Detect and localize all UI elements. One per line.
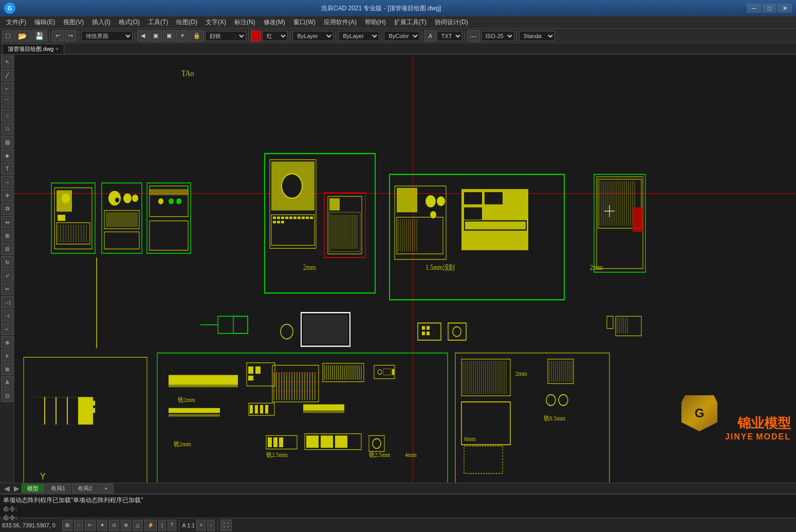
dimstyle-select[interactable]: Standa <box>519 31 555 41</box>
menu-file[interactable]: 文件(F) <box>2 16 30 28</box>
svg-rect-53 <box>329 198 340 211</box>
tool-move[interactable]: ✛ <box>1 189 13 201</box>
layer-box2[interactable]: ▣ <box>163 30 175 42</box>
linetype1-select[interactable]: ByLayer <box>292 31 334 41</box>
new-button[interactable]: □ <box>2 30 13 42</box>
open-button[interactable]: 📂 <box>14 30 30 42</box>
layer-select[interactable]: 顔铁 <box>205 31 246 41</box>
menu-modify[interactable]: 修改(M) <box>260 16 289 28</box>
font-select[interactable]: TXT <box>437 31 462 41</box>
save-button[interactable]: 💾 <box>31 30 47 42</box>
menu-window[interactable]: 窗口(W) <box>289 16 320 28</box>
tool-offset[interactable]: ⊞ <box>1 229 13 242</box>
svg-rect-132 <box>427 326 430 329</box>
tool-polyline[interactable]: ⌐ <box>1 82 13 95</box>
layer-box1[interactable]: ▣ <box>150 30 162 42</box>
tool-rect[interactable]: □ <box>1 122 13 135</box>
layer-sun[interactable]: ☀ <box>176 30 189 42</box>
zoom-out-btn[interactable]: - <box>207 520 215 531</box>
tool-trim[interactable]: ✂ <box>1 283 13 295</box>
polar-btn[interactable]: ✦ <box>97 520 107 531</box>
menu-tools[interactable]: 工具(T) <box>144 16 172 28</box>
menu-text[interactable]: 文字(X) <box>201 16 230 28</box>
tool-scale[interactable]: ⤢ <box>1 269 13 282</box>
tool-measure[interactable]: A <box>1 376 13 389</box>
dyn-btn[interactable]: ⚡ <box>144 520 157 531</box>
svg-rect-150 <box>68 397 78 425</box>
otrack-btn[interactable]: ⊕ <box>121 520 131 531</box>
tool-array[interactable]: ⊟ <box>1 243 13 255</box>
menu-format[interactable]: 格式(O) <box>115 16 144 28</box>
menu-collab[interactable]: 协同设计(D) <box>431 16 472 28</box>
drawing-canvas[interactable]: 2mm 1.5mm没 <box>14 54 796 483</box>
ducs-btn[interactable]: △ <box>133 520 143 531</box>
tool-hatch[interactable]: ▨ <box>1 136 13 148</box>
text-style-btn[interactable]: A <box>424 30 435 42</box>
snap-btn[interactable]: ∷ <box>74 520 83 531</box>
menu-view[interactable]: 视图(V) <box>59 16 88 28</box>
svg-rect-5 <box>57 223 90 244</box>
tool-copy[interactable]: ⧉ <box>1 203 13 215</box>
layout-prev[interactable]: ◀ <box>2 484 12 492</box>
svg-text:TAo: TAo <box>181 68 194 77</box>
lineweight-btn[interactable]: — <box>467 30 480 42</box>
redo-button[interactable]: ↪ <box>65 30 77 42</box>
tool-explode[interactable]: ⊕ <box>1 336 13 348</box>
minimize-button[interactable]: ─ <box>747 4 761 13</box>
layout2-tab[interactable]: 布局2 <box>72 484 98 493</box>
tool-layers[interactable]: ⊞ <box>1 363 13 375</box>
ortho-btn[interactable]: ⊢ <box>85 520 96 531</box>
drawing-tab[interactable]: 顶管项目绘图.dwg × <box>2 44 64 54</box>
lineweight-select[interactable]: ISO-25 <box>481 31 514 41</box>
menu-dim[interactable]: 标注(N) <box>230 16 260 28</box>
tool-text[interactable]: T <box>1 162 13 175</box>
undo-button[interactable]: ↩ <box>52 30 64 42</box>
menu-ext[interactable]: 扩展工具(T) <box>390 16 431 28</box>
tool-break[interactable]: ⊣ <box>1 309 13 322</box>
color-select[interactable]: 红 <box>262 31 288 41</box>
layout-next[interactable]: ▶ <box>12 484 22 492</box>
menu-draw[interactable]: 绘图(D) <box>172 16 201 28</box>
layer-lock[interactable]: 🔒 <box>190 30 204 42</box>
tool-dim[interactable]: ↔ <box>1 176 13 188</box>
menu-edit[interactable]: 编辑(E) <box>30 16 59 28</box>
linetype2-select[interactable]: ByLayer <box>338 31 379 41</box>
tool-extend[interactable]: →| <box>1 296 13 308</box>
osnap-btn[interactable]: ⊙ <box>109 520 119 531</box>
tool-arc[interactable]: ⌒ <box>1 96 13 108</box>
menu-help[interactable]: 帮助(H) <box>361 16 390 28</box>
snap-grid-btn[interactable]: ⊞ <box>62 520 72 531</box>
svg-rect-158 <box>169 385 238 388</box>
tool-region[interactable]: ◈ <box>1 149 13 161</box>
tool-snap[interactable]: ⊡ <box>1 390 13 402</box>
close-button[interactable]: ✕ <box>778 4 792 13</box>
maximize-button[interactable]: □ <box>762 4 776 13</box>
tab-close[interactable]: × <box>55 46 59 52</box>
layer-prev[interactable]: ◀ <box>137 30 149 42</box>
model-tab[interactable]: 模型 <box>22 484 44 493</box>
svg-rect-133 <box>422 332 425 335</box>
svg-rect-225 <box>306 435 319 448</box>
layout1-tab[interactable]: 布局1 <box>45 484 71 493</box>
zoom-in-btn[interactable]: + <box>196 520 206 531</box>
svg-rect-76 <box>397 188 417 212</box>
add-layout-tab[interactable]: + <box>99 484 113 493</box>
svg-text:铣0.5mm: 铣0.5mm <box>543 414 565 422</box>
menu-insert[interactable]: 插入(I) <box>88 16 114 28</box>
tool-properties[interactable]: ≡ <box>1 350 13 362</box>
tool-mirror[interactable]: ⇔ <box>1 216 13 228</box>
tool-arrow[interactable]: ↖ <box>1 56 13 68</box>
qp-btn[interactable]: ? <box>168 520 177 531</box>
lw-btn[interactable]: | <box>158 520 166 531</box>
color-box[interactable] <box>251 30 261 42</box>
cmd-input1[interactable] <box>19 506 793 513</box>
linecolor-select[interactable]: ByColor <box>384 31 420 41</box>
svg-text:4mm: 4mm <box>405 451 417 458</box>
fullscreen-btn[interactable]: ⛶ <box>220 520 232 531</box>
tool-circle[interactable]: ○ <box>1 109 13 121</box>
tool-fillet[interactable]: ⌐ <box>1 323 13 335</box>
menu-app[interactable]: 应用软件(A) <box>320 16 361 28</box>
tool-rotate[interactable]: ↻ <box>1 256 13 268</box>
interface-select[interactable]: 传统界面 <box>81 31 133 41</box>
tool-line[interactable]: ╱ <box>1 69 13 81</box>
